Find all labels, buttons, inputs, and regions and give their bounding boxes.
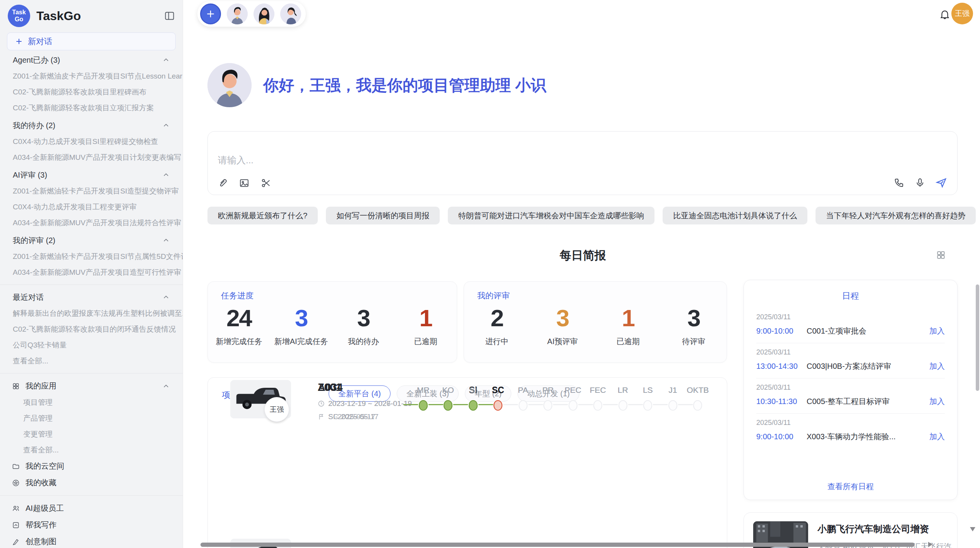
recent-chat-item[interactable]: 查看全部... [0, 353, 183, 369]
attachment-icon[interactable] [217, 178, 228, 188]
microphone-icon[interactable] [915, 177, 925, 188]
project-code: A034 [318, 382, 343, 394]
milestone-node: PA [511, 384, 536, 411]
sidebar-item[interactable]: C0X4-动力总成开发项目SI里程碑提交物检查 [0, 134, 183, 149]
app-item[interactable]: 项目管理 [0, 394, 183, 410]
schedule-event: 2025/03/11 13:00-14:30 C003|H0B-方案冻结评审 加… [756, 343, 945, 378]
user-avatar[interactable]: 王强 [951, 3, 973, 24]
section-title: 我的待办 (2) [13, 120, 55, 131]
sidebar-item[interactable]: C0X4-动力总成开发项目工程变更评审 [0, 199, 183, 215]
schedule-event: 2025/03/11 9:00-10:00 C001-立项审批会 加入 [756, 308, 945, 343]
chevron-up-icon[interactable] [163, 171, 170, 178]
notification-bell-icon[interactable] [939, 9, 951, 20]
recent-chat-item[interactable]: C02-飞腾新能源轻客改款项目的闭环通告反馈情况 [0, 321, 183, 337]
sidebar-section-header[interactable]: 我的评审 (2) [0, 232, 183, 248]
stat-value: 3 [332, 304, 395, 332]
collapse-sidebar-icon[interactable] [164, 10, 175, 21]
new-chat-button[interactable]: 新对话 [7, 33, 176, 50]
milestone-dot [668, 400, 677, 411]
stat-value: 3 [661, 304, 727, 332]
sidebar-item[interactable]: Z001-全新燃油皮卡产品开发项目SI节点Lesson Learn报告 [0, 68, 183, 84]
sidebar-item-my-apps[interactable]: 我的应用 [0, 378, 183, 394]
card-title: 任务进度 [221, 290, 254, 301]
milestone-label: FEC [586, 384, 611, 396]
join-link[interactable]: 加入 [929, 396, 945, 407]
sidebar-item-creative-drawing[interactable]: 创意制图 [0, 533, 183, 548]
chevron-up-icon[interactable] [163, 122, 170, 129]
milestone-strip: MR KO SI SC [411, 384, 710, 411]
milestone-label: OKTB [685, 384, 711, 396]
project-row[interactable]: 王强 A034 2023-12-19 ~ 2026-01-19 [208, 378, 727, 440]
sidebar-item-writing[interactable]: 帮我写作 [0, 517, 183, 533]
teammate-avatar[interactable] [227, 3, 248, 24]
sidebar-item[interactable]: A034-全新新能源MUV产品开发项目计划变更表编写 [0, 149, 183, 165]
sidebar-item-favorites[interactable]: 我的收藏 [0, 474, 183, 491]
milestone-node: KO [436, 384, 461, 411]
stat-value: 24 [208, 304, 270, 332]
phone-icon[interactable] [894, 177, 905, 188]
event-date: 2025/03/11 [756, 313, 945, 321]
sidebar-item-cloud-space[interactable]: 我的云空间 [0, 458, 183, 474]
send-icon[interactable] [935, 177, 947, 188]
join-link[interactable]: 加入 [929, 432, 945, 442]
view-all-schedule-link[interactable]: 查看所有日程 [744, 481, 957, 492]
app-items: 项目管理产品管理变更管理查看全部... [0, 394, 183, 458]
stat-value: 2 [464, 304, 530, 332]
chat-input-box[interactable]: 请输入... [207, 131, 958, 195]
layout-grid-icon[interactable] [936, 250, 946, 260]
section-items: C0X4-动力总成开发项目SI里程碑提交物检查A034-全新新能源MUV产品开发… [0, 134, 183, 165]
chevron-up-icon[interactable] [163, 294, 170, 301]
stats-row: 2 进行中 3 AI预评审 1 已逾期 3 待评审 [464, 304, 726, 347]
sidebar-item[interactable]: Z001-全新燃油轻卡产品开发项目SI节点属性5D文件评审 [0, 248, 183, 264]
event-time: 13:00-14:30 [756, 362, 804, 371]
sidebar-item[interactable]: A034-全新新能源MUV产品开发项目造型可行性评审 [0, 264, 183, 280]
sidebar-item[interactable]: Z001-全新燃油轻卡产品开发项目SI造型提交物评审 [0, 183, 183, 199]
sidebar-item[interactable]: A034-全新新能源MUV产品开发项目法规符合性评审 [0, 215, 183, 231]
app-item[interactable]: 查看全部... [0, 442, 183, 458]
sidebar-section-header-recent[interactable]: 最近对话 [0, 289, 183, 305]
teammate-avatar[interactable] [280, 3, 301, 24]
suggestion-chip[interactable]: 比亚迪全固态电池计划具体说了什么 [663, 207, 807, 224]
assistant-greeting: 你好，王强，我是你的项目管理助理 小识 [207, 63, 546, 107]
suggestion-chip[interactable]: 特朗普可能对进口汽车增税会对中国车企造成哪些影响 [448, 207, 654, 224]
write-icon [12, 521, 20, 529]
stat: 2 进行中 [464, 304, 530, 347]
section-title: Agent已办 (3) [13, 55, 60, 65]
input-toolbar-right [894, 177, 947, 188]
suggestion-chip[interactable]: 欧洲新规最近颁布了什么? [207, 207, 318, 224]
sidebar-item[interactable]: C02-飞腾新能源轻客改款项目里程碑画布 [0, 84, 183, 100]
sidebar-section-header[interactable]: 我的待办 (2) [0, 117, 183, 134]
section-items: Z001-全新燃油皮卡产品开发项目SI节点Lesson Learn报告C02-飞… [0, 68, 183, 116]
image-icon[interactable] [239, 178, 250, 188]
teammate-avatar[interactable] [254, 3, 274, 24]
scroll-down-arrow-icon[interactable] [970, 527, 975, 531]
app-item[interactable]: 产品管理 [0, 410, 183, 426]
app-item[interactable]: 变更管理 [0, 426, 183, 442]
suggestion-chip[interactable]: 当下年轻人对汽车外观有怎样的喜好趋势 [816, 207, 976, 224]
sidebar-section-header[interactable]: Agent已办 (3) [0, 52, 183, 68]
star-icon [12, 479, 20, 487]
join-link[interactable]: 加入 [929, 361, 945, 372]
team-quick-bar [197, 1, 306, 27]
section-title: AI评审 (3) [13, 170, 47, 180]
suggestion-chip[interactable]: 如何写一份清晰的项目周报 [326, 207, 440, 224]
chevron-up-icon[interactable] [163, 237, 170, 244]
milestone-label: PR [536, 384, 561, 396]
join-link[interactable]: 加入 [929, 326, 945, 336]
scroll-right-arrow-icon[interactable] [928, 542, 932, 547]
horizontal-scrollbar-thumb[interactable] [200, 543, 915, 547]
recent-chat-item[interactable]: 公司Q3轻卡销量 [0, 337, 183, 353]
divider [0, 373, 183, 373]
chevron-up-icon[interactable] [163, 57, 170, 63]
sidebar-item-ai-staff[interactable]: AI超级员工 [0, 500, 183, 517]
add-teammate-button[interactable] [200, 3, 221, 24]
chevron-up-icon[interactable] [163, 383, 170, 390]
milestone-node: LS [636, 384, 661, 411]
stat: 1 已逾期 [595, 304, 661, 347]
scissors-icon[interactable] [260, 178, 271, 188]
recent-chat-item[interactable]: 解释最新出台的欧盟报废车法规再生塑料比例被调至15%... [0, 305, 183, 321]
vertical-scrollbar-thumb[interactable] [976, 284, 979, 391]
stat-value: 1 [595, 304, 661, 332]
sidebar-item[interactable]: C02-飞腾新能源轻客改款项目立项汇报方案 [0, 100, 183, 116]
sidebar-section-header[interactable]: AI评审 (3) [0, 167, 183, 183]
